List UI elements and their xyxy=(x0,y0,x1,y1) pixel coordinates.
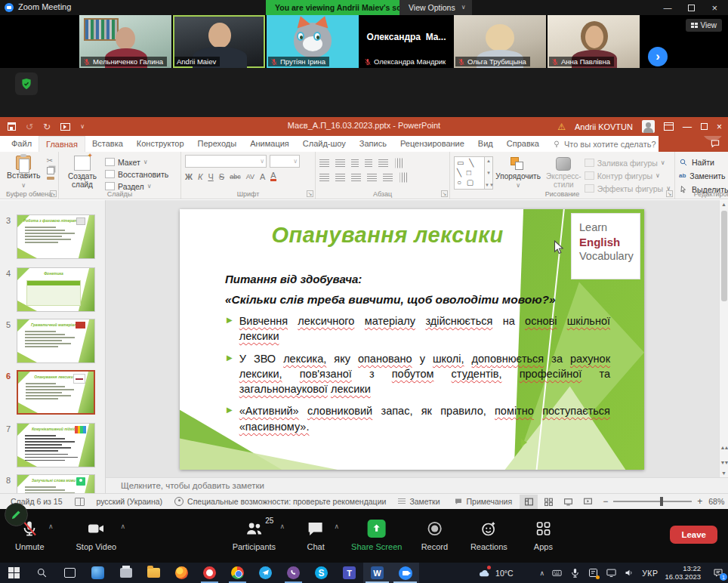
meeting-security-badge[interactable] xyxy=(15,72,38,95)
record-button[interactable]: Record xyxy=(412,515,456,557)
taskbar-chrome-button[interactable] xyxy=(224,563,251,583)
minimize-button[interactable]: — xyxy=(663,3,671,12)
normal-view-button[interactable] xyxy=(520,495,538,509)
shape-outline-button[interactable]: Контур фигуры∨ xyxy=(585,170,671,181)
font-size-combobox[interactable]: ∨ xyxy=(270,155,300,168)
ribbon-tab-слайд-шоу[interactable]: Слайд-шоу xyxy=(296,136,353,152)
ppt-restore-button[interactable] xyxy=(701,123,708,130)
microphone-tray-icon[interactable] xyxy=(569,567,581,578)
chevron-up-icon[interactable]: ∧ xyxy=(280,523,285,530)
display-tray-icon[interactable] xyxy=(606,567,617,578)
taskbar-skype-button[interactable]: S xyxy=(307,563,335,583)
ppt-close-button[interactable]: × xyxy=(717,122,722,132)
scrollbar-thumb[interactable] xyxy=(721,211,727,301)
annotation-pencil-button[interactable] xyxy=(5,503,28,526)
maximize-button[interactable] xyxy=(688,5,695,11)
layout-button[interactable]: Макет∨ xyxy=(105,156,168,168)
notes-pane[interactable]: Щелкните, чтобы добавить заметки xyxy=(106,477,728,493)
tell-me-box[interactable]: Что вы хотите сделать? xyxy=(546,136,662,152)
ribbon-tab-вставка[interactable]: Вставка xyxy=(85,136,130,152)
volume-icon[interactable] xyxy=(624,567,635,578)
slide-thumbnail[interactable]: Робота з фаховою літературою xyxy=(17,214,95,259)
strikethrough-button[interactable]: S xyxy=(219,172,224,181)
shapes-gallery-scroll[interactable]: ▲ ▼ ▼▼ xyxy=(485,156,493,190)
ribbon-tab-анимация[interactable]: Анимация xyxy=(243,136,296,152)
new-slide-button[interactable]: Создать слайд xyxy=(63,155,102,190)
taskbar-firefox-button[interactable] xyxy=(168,563,196,583)
notes-toggle[interactable]: Заметки xyxy=(392,497,446,506)
align-right-button[interactable] xyxy=(351,174,361,181)
taskbar-opera-button[interactable] xyxy=(196,563,224,583)
ribbon-display-options-icon[interactable] xyxy=(664,122,674,131)
clipboard-dialog-launcher[interactable]: ↘ xyxy=(50,190,57,197)
notification-center-button[interactable]: 1 xyxy=(712,567,725,578)
arrange-button[interactable]: Упорядочить ∨ xyxy=(493,155,543,190)
align-center-button[interactable] xyxy=(335,174,345,181)
scroll-down-button[interactable]: ▼ xyxy=(720,470,728,476)
slide-lead-text[interactable]: Питання від здобувача: xyxy=(225,273,362,285)
gallery-view-button[interactable]: View xyxy=(686,19,723,32)
taskbar-word-button[interactable]: W xyxy=(363,563,391,583)
comments-icon[interactable] xyxy=(710,138,720,149)
quick-styles-button[interactable]: Экспресс-стили xyxy=(543,155,585,190)
slide[interactable]: Learn English Vocabulary Опанування лекс… xyxy=(180,209,644,470)
spellcheck-button[interactable] xyxy=(69,498,91,506)
find-button[interactable]: Найти xyxy=(679,156,728,168)
increase-indent-button[interactable] xyxy=(365,159,372,167)
action-center-icon[interactable] xyxy=(588,567,599,578)
chevron-up-icon[interactable]: ∧ xyxy=(48,523,54,530)
taskbar-telegram-button[interactable] xyxy=(251,563,279,583)
participant-tile[interactable]: Andrii Maiev xyxy=(173,15,265,68)
ribbon-tab-файл[interactable]: Файл xyxy=(5,136,39,152)
zoom-out-button[interactable]: − xyxy=(603,496,608,507)
font-color-button[interactable]: A xyxy=(270,171,276,181)
slide-sorter-view-button[interactable] xyxy=(539,495,557,509)
zoom-slider[interactable]: − + xyxy=(603,496,702,507)
drawing-dialog-launcher[interactable]: ↘ xyxy=(666,190,673,197)
taskbar-task-view-button[interactable] xyxy=(56,563,84,583)
italic-button[interactable]: К xyxy=(198,172,202,181)
shapes-gallery[interactable]: ▭ ╲ ╲ □ ○ ▢ △ ▱ ↘ ⇨ ⇩ ◇ ◠ ∿ { } ☆ xyxy=(454,156,485,190)
slide-thumbnail[interactable]: Опанування лексики xyxy=(17,370,95,415)
participant-tile[interactable]: Прутіян Ірина xyxy=(267,15,359,68)
taskbar-explorer-button[interactable] xyxy=(140,563,168,583)
slide-thumbnail[interactable]: Комунікативний підхід xyxy=(17,423,95,467)
touch-keyboard-icon[interactable] xyxy=(551,567,563,578)
avatar[interactable] xyxy=(642,120,655,133)
slide-thumbnail[interactable]: Граматичний матеріал xyxy=(17,319,95,363)
participant-tile[interactable]: Анна Павлівна xyxy=(548,15,640,68)
scroll-up-button[interactable]: ▲ xyxy=(720,202,728,207)
canvas-scrollbar[interactable]: ▲ ▲▲ ▼▼ ▼ xyxy=(719,200,728,477)
replace-button[interactable]: ab Заменить ∨ xyxy=(679,170,728,181)
participant-tile[interactable]: Олександра Ма...Олександра Мандрик xyxy=(360,15,452,68)
character-spacing-button[interactable]: AV xyxy=(246,173,254,180)
participant-tile[interactable]: Мельниченко Галина xyxy=(79,15,171,68)
next-slide-button[interactable]: ▼▼ xyxy=(720,461,728,465)
bold-button[interactable]: Ж xyxy=(185,172,193,181)
cut-button[interactable]: ✂ xyxy=(47,156,54,165)
shape-fill-button[interactable]: Заливка фигуры∨ xyxy=(585,157,671,168)
leave-button[interactable]: Leave xyxy=(670,526,717,544)
tray-expand-icon[interactable]: ∧ xyxy=(540,569,545,577)
chevron-up-icon[interactable]: ∧ xyxy=(335,523,340,530)
ribbon-tab-справка[interactable]: Справка xyxy=(500,136,546,152)
clock[interactable]: 13:22 16.03.2023 xyxy=(665,565,702,581)
font-name-combobox[interactable]: ∨ xyxy=(185,155,267,168)
slideshow-view-button[interactable] xyxy=(578,495,597,509)
format-painter-button[interactable] xyxy=(47,177,54,180)
paragraph-dialog-launcher[interactable]: ↘ xyxy=(441,190,448,197)
slide-thumbnail[interactable]: Фонетика xyxy=(17,267,95,312)
ribbon-tab-рецензирование[interactable]: Рецензирование xyxy=(393,136,471,152)
copy-button[interactable] xyxy=(47,167,54,174)
share-screen-button[interactable]: Share Screen xyxy=(351,515,402,557)
line-spacing-button[interactable] xyxy=(378,159,388,167)
justify-button[interactable] xyxy=(367,174,377,181)
slide-thumbnail[interactable]: Залучальні слова мови xyxy=(17,474,95,493)
previous-slide-button[interactable]: ▲▲ xyxy=(720,446,728,450)
paste-button[interactable]: Вставить ∨ xyxy=(4,155,44,190)
underline-button[interactable]: Ч xyxy=(208,172,213,181)
language-indicator[interactable]: русский (Украина) xyxy=(91,497,169,506)
ppt-minimize-button[interactable]: — xyxy=(683,122,692,132)
convert-smartart-button[interactable] xyxy=(400,173,408,183)
apps-button[interactable]: Apps xyxy=(521,515,565,557)
